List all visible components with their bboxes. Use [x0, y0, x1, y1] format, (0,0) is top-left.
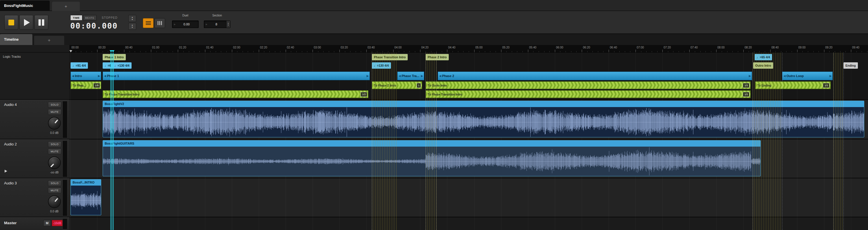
track-name: Audio 2	[4, 142, 17, 146]
tracks-view-button[interactable]	[143, 18, 154, 28]
playhead-line[interactable]	[113, 52, 113, 230]
ruler-label: 00:40	[125, 46, 132, 49]
time-mode-button[interactable]: TIME	[70, 15, 83, 21]
ruler-tick	[517, 51, 517, 52]
playhead-line[interactable]	[111, 52, 111, 230]
ruler-tick	[382, 51, 383, 52]
ruler-tick	[630, 51, 630, 52]
ruler-tick	[706, 51, 706, 52]
parameter-section-value-box[interactable]: ▹ 8 ▲ ▼	[204, 21, 230, 28]
section-loop-region[interactable]: ◀Intro▶	[70, 72, 101, 80]
ruler-tick	[592, 51, 593, 52]
ruler-tick	[259, 50, 259, 52]
cursor-triangle-icon: ▹	[174, 23, 176, 26]
section-loop-region[interactable]: ◀Phase 2▶	[438, 72, 752, 80]
tab-timeline[interactable]: Timeline	[0, 34, 32, 45]
ruler-tick	[453, 51, 453, 52]
parameter-spinner[interactable]: ▲ ▼	[226, 21, 230, 28]
ruler-tick	[156, 51, 157, 52]
solo-button[interactable]: SOLO	[48, 102, 61, 108]
ruler-tick	[415, 51, 415, 52]
ruler-tick	[366, 50, 367, 52]
transition-region[interactable]: To Phase Transition Intro1/2	[103, 90, 368, 98]
ruler-tick	[275, 51, 275, 52]
ruler-tick	[582, 50, 582, 52]
ruler-label: 05:40	[529, 46, 536, 49]
ruler-tick	[673, 51, 674, 52]
ruler-tick	[700, 51, 701, 52]
volume-knob[interactable]	[48, 156, 61, 169]
track-header-audio-3[interactable]: Audio 3SOLOMUTE0.0 dB	[0, 178, 69, 217]
master-mute-button[interactable]: M	[43, 220, 51, 226]
ruler-tick	[818, 51, 819, 52]
ruler-tick	[754, 51, 754, 52]
event-tab-bossfightmusic[interactable]: BossFightMusic	[0, 1, 50, 11]
time-nudge-spinner-2[interactable]: ▲ ▼	[128, 23, 136, 30]
track-header-audio-2[interactable]: Audio 2SOLOMUTE-oo dB	[0, 140, 69, 178]
beats-mode-button[interactable]: BEATS	[83, 15, 97, 21]
cursor-triangle-icon: ▹	[206, 23, 207, 26]
transition-region[interactable]: To Phas...1/8	[70, 81, 101, 89]
tempo-marker[interactable]: ♩=6	[103, 62, 113, 69]
ruler-tick	[695, 51, 695, 52]
loop-arrow-icon: ◀	[783, 74, 785, 77]
new-event-tab-button[interactable]: +	[52, 2, 80, 11]
tempo-marker[interactable]: ♩=130 4/4	[113, 62, 131, 69]
master-level-button[interactable]: -10dB	[52, 220, 63, 226]
stop-button[interactable]	[4, 15, 18, 30]
ruler-tick	[738, 51, 738, 52]
ruler-label: 06:00	[556, 46, 563, 49]
audio-clip[interactable]: BossF...INTRO	[70, 179, 101, 215]
mute-button[interactable]: MUTE	[48, 109, 61, 115]
ruler-label: 09:00	[798, 46, 806, 49]
section-loop-region[interactable]: ◀Phase 1▶	[103, 72, 370, 80]
ruler-tick	[355, 51, 356, 52]
play-button[interactable]	[19, 15, 33, 30]
ruler-label: 06:20	[583, 46, 590, 49]
ruler-tick	[722, 51, 722, 52]
parameter-label: Section	[204, 14, 230, 18]
track-header-master[interactable]: MasterM-10dB	[0, 217, 69, 230]
tempo-marker[interactable]: ♩=91 4/4	[70, 62, 88, 69]
transition-region[interactable]: To Phase Transition Intro1/2	[426, 90, 751, 98]
spinner-up-icon: ▲	[227, 22, 229, 24]
volume-knob[interactable]	[48, 195, 61, 208]
solo-button[interactable]: SOLO	[48, 180, 61, 186]
new-view-tab-button[interactable]: +	[34, 36, 64, 45]
section-label: Intro	[75, 74, 82, 78]
section-label: Phase 2	[442, 74, 454, 78]
ruler-tick	[426, 51, 426, 52]
lanes-view-button[interactable]	[154, 18, 165, 28]
mute-button[interactable]: MUTE	[48, 149, 61, 154]
destination-marker[interactable]: Phase 1 Intro	[103, 54, 126, 60]
ruler-tick	[711, 51, 711, 52]
end-marker[interactable]: Ending	[843, 62, 858, 69]
ruler-tick	[571, 51, 571, 52]
ruler-tick	[668, 51, 668, 52]
playhead-marker-icon[interactable]	[69, 50, 72, 52]
solo-button[interactable]: SOLO	[48, 142, 61, 147]
audio-clip[interactable]: BossFightV2	[103, 101, 864, 138]
transition-region[interactable]: To Outro Intro1/2	[426, 81, 751, 89]
parameter-duel-value-box[interactable]: ▹ 0.00	[172, 21, 199, 28]
mute-button[interactable]: MUTE	[48, 188, 61, 193]
pause-button[interactable]	[34, 15, 48, 30]
section-loop-region[interactable]: ◀Outro Loop▶	[782, 72, 833, 80]
track-disclosure-arrow[interactable]	[5, 170, 7, 172]
ruler-tick	[264, 51, 264, 52]
ruler-label: 03:20	[341, 46, 348, 49]
clip-title: BossFightV2	[103, 101, 864, 107]
ruler-tick	[603, 51, 603, 52]
time-nudge-spinner[interactable]: ▲ ▼	[128, 15, 136, 22]
marker-guide-line	[436, 52, 437, 230]
transition-label: To Phas...	[72, 84, 86, 87]
playhead-handle-icon[interactable]	[112, 50, 115, 52]
volume-knob[interactable]	[48, 117, 61, 129]
loop-arrow-icon: ◀	[104, 74, 106, 77]
timeline-ruler[interactable]: 00:0000:2000:4001:0001:2001:4002:0002:20…	[69, 45, 868, 52]
ruler-label: 01:00	[152, 46, 159, 49]
track-header-audio-4[interactable]: Audio 4SOLOMUTE0.0 dB	[0, 100, 69, 139]
ruler-tick	[183, 51, 184, 52]
section-loop-region[interactable]: ◀Phase Tra...▶	[397, 72, 424, 80]
ruler-tick	[334, 51, 334, 52]
